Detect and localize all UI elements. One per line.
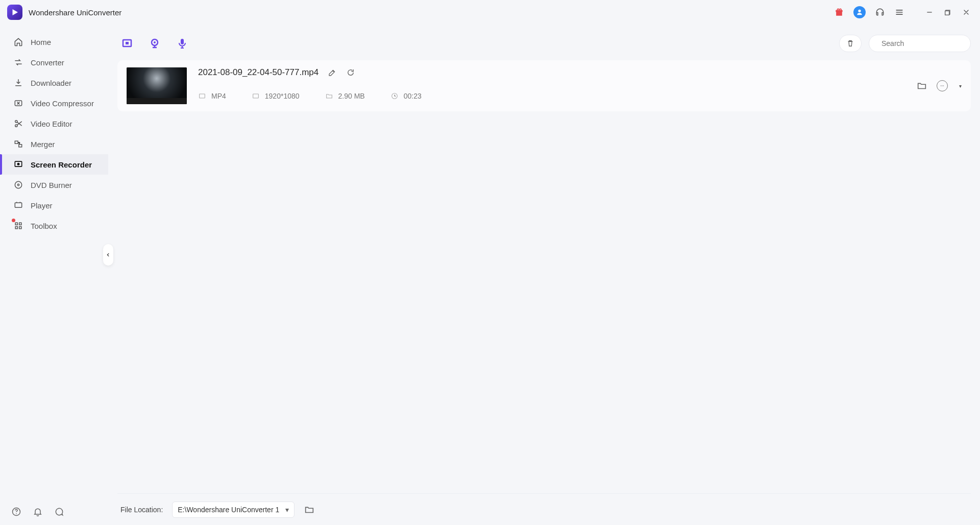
toolbar xyxy=(117,29,971,58)
sidebar-item-label: Converter xyxy=(31,58,64,67)
chevron-left-icon xyxy=(106,252,111,257)
tab-screen-record[interactable] xyxy=(120,37,134,50)
file-name: 2021-08-09_22-04-50-777.mp4 xyxy=(198,67,318,78)
open-location-button[interactable] xyxy=(304,504,315,515)
gifts-icon[interactable] xyxy=(834,7,844,17)
svg-rect-11 xyxy=(15,203,21,207)
sidebar-item-label: Home xyxy=(31,38,51,46)
edit-icon xyxy=(328,68,337,77)
sidebar: Home Converter Downloader Video Compress… xyxy=(0,25,108,525)
svg-point-9 xyxy=(15,181,21,188)
notifications-button[interactable] xyxy=(33,507,43,517)
file-size: 2.90 MB xyxy=(325,92,365,100)
chevron-down-icon: ▾ xyxy=(285,506,289,514)
file-card[interactable]: 2021-08-09_22-04-50-777.mp4 MP4 xyxy=(117,60,971,111)
more-icon xyxy=(937,80,948,91)
svg-point-28 xyxy=(942,85,942,86)
file-duration: 00:23 xyxy=(390,92,422,100)
svg-rect-13 xyxy=(19,223,21,225)
footer: File Location: E:\Wondershare UniConvert… xyxy=(117,493,971,525)
open-folder-button[interactable] xyxy=(916,80,927,91)
window-maximize-button[interactable] xyxy=(941,6,954,19)
support-icon[interactable] xyxy=(875,7,885,17)
sidebar-item-home[interactable]: Home xyxy=(0,32,108,52)
sidebar-item-video-editor[interactable]: Video Editor xyxy=(0,113,108,134)
main-panel: 2021-08-09_22-04-50-777.mp4 MP4 xyxy=(108,25,980,525)
window-minimize-button[interactable] xyxy=(923,6,936,19)
svg-rect-22 xyxy=(181,39,184,44)
svg-point-21 xyxy=(154,41,156,43)
sidebar-collapse-handle[interactable] xyxy=(103,244,113,266)
feedback-button[interactable] xyxy=(54,507,64,517)
file-location-label: File Location: xyxy=(120,506,163,514)
converter-icon xyxy=(13,57,23,67)
search-box[interactable] xyxy=(869,35,971,52)
app-logo xyxy=(7,5,22,20)
sidebar-item-label: DVD Burner xyxy=(31,181,72,189)
tab-webcam-record[interactable] xyxy=(148,37,161,50)
file-location-value: E:\Wondershare UniConverter 1 xyxy=(178,506,279,514)
tab-audio-record[interactable] xyxy=(176,37,189,50)
svg-rect-15 xyxy=(19,227,21,229)
svg-point-3 xyxy=(15,121,17,123)
folder-open-icon xyxy=(916,80,927,91)
file-thumbnail[interactable] xyxy=(127,67,187,104)
sidebar-item-merger[interactable]: Merger xyxy=(0,134,108,154)
svg-rect-6 xyxy=(19,145,22,147)
resolution-icon xyxy=(252,92,260,100)
sidebar-item-dvd-burner[interactable]: DVD Burner xyxy=(0,175,108,195)
hamburger-menu-icon[interactable] xyxy=(894,7,904,17)
chat-icon xyxy=(54,507,64,517)
toolbox-icon xyxy=(13,221,23,231)
sidebar-item-label: Screen Recorder xyxy=(31,160,92,169)
svg-rect-1 xyxy=(945,11,949,15)
bell-icon xyxy=(33,507,43,517)
disc-icon xyxy=(13,180,23,190)
search-input[interactable] xyxy=(881,39,971,47)
svg-rect-24 xyxy=(200,94,205,98)
sidebar-item-toolbox[interactable]: Toolbox xyxy=(0,216,108,236)
titlebar: Wondershare UniConverter xyxy=(0,0,980,25)
svg-rect-25 xyxy=(253,94,258,98)
window-close-button[interactable] xyxy=(960,6,973,19)
file-format: MP4 xyxy=(198,92,226,100)
home-icon xyxy=(13,37,23,47)
sidebar-item-label: Toolbox xyxy=(31,222,57,230)
account-avatar[interactable] xyxy=(853,6,866,18)
delete-button[interactable] xyxy=(839,35,862,52)
sidebar-item-label: Merger xyxy=(31,140,55,149)
svg-point-4 xyxy=(15,125,17,127)
sidebar-item-downloader[interactable]: Downloader xyxy=(0,73,108,93)
chevron-down-icon[interactable]: ▾ xyxy=(959,83,962,89)
sidebar-item-video-compressor[interactable]: Video Compressor xyxy=(0,93,108,113)
merge-icon xyxy=(13,139,23,149)
more-actions-button[interactable] xyxy=(937,80,948,91)
svg-rect-19 xyxy=(126,42,129,44)
file-list: 2021-08-09_22-04-50-777.mp4 MP4 xyxy=(117,58,971,493)
svg-point-29 xyxy=(943,85,944,86)
scissors-icon xyxy=(13,118,23,129)
logo-icon xyxy=(10,8,19,17)
download-icon xyxy=(13,78,23,88)
clock-icon xyxy=(390,92,399,100)
svg-point-17 xyxy=(16,513,17,514)
svg-rect-14 xyxy=(15,227,17,229)
sidebar-item-player[interactable]: Player xyxy=(0,195,108,216)
file-location-select[interactable]: E:\Wondershare UniConverter 1 ▾ xyxy=(172,502,295,518)
rename-button[interactable] xyxy=(328,68,337,77)
sidebar-item-screen-recorder[interactable]: Screen Recorder xyxy=(0,154,108,175)
sidebar-item-converter[interactable]: Converter xyxy=(0,52,108,73)
notification-dot-icon xyxy=(12,219,15,222)
help-button[interactable] xyxy=(11,507,21,517)
svg-point-10 xyxy=(17,184,19,185)
refresh-button[interactable] xyxy=(346,68,355,77)
compress-icon xyxy=(13,98,23,108)
svg-point-8 xyxy=(17,163,20,165)
webcam-icon xyxy=(149,37,161,50)
file-resolution: 1920*1080 xyxy=(252,92,300,100)
sidebar-item-label: Video Compressor xyxy=(31,99,94,108)
folder-icon xyxy=(304,504,315,515)
svg-rect-5 xyxy=(15,141,18,144)
format-icon xyxy=(198,92,206,100)
user-icon xyxy=(855,8,864,16)
